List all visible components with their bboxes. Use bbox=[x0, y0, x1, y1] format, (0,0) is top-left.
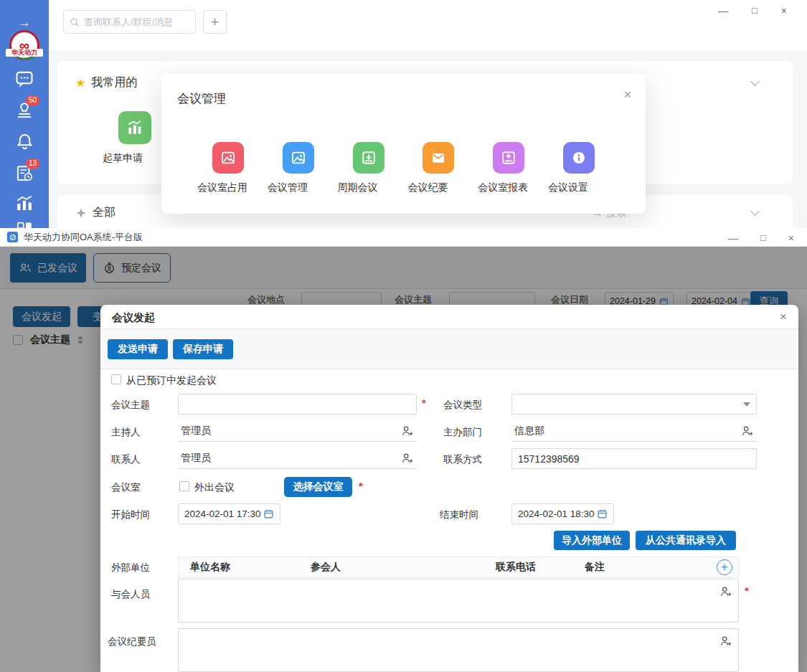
host-value: 管理员 bbox=[181, 425, 211, 437]
minimize-icon[interactable]: — bbox=[718, 6, 728, 16]
app-label: 会议室占用 bbox=[197, 181, 247, 194]
contact-search-input[interactable] bbox=[84, 16, 184, 27]
expand-arrow-icon[interactable]: → bbox=[0, 16, 49, 30]
favorite-app-draft[interactable]: 起草申请 bbox=[103, 111, 167, 144]
app-meeting-minutes[interactable]: 会议纪要 bbox=[407, 142, 469, 174]
collapse-chevron-icon[interactable] bbox=[750, 207, 760, 216]
from-booked-label: 从已预订中发起会议 bbox=[126, 374, 217, 387]
required-marker: * bbox=[745, 585, 749, 597]
choose-room-button[interactable]: 选择会议室 bbox=[284, 477, 352, 497]
close-icon[interactable]: × bbox=[781, 6, 787, 16]
person-add-icon[interactable] bbox=[401, 452, 414, 465]
screen: + — □ × ★ 我常用的 起草申请 全部 bbox=[0, 0, 807, 672]
contact-input[interactable]: 管理员 bbox=[178, 448, 417, 469]
room-label: 会议室 bbox=[111, 481, 141, 494]
messages-icon[interactable] bbox=[0, 69, 49, 89]
phone-value: 15712398569 bbox=[518, 453, 580, 465]
contact-value: 管理员 bbox=[181, 452, 211, 465]
calendar-icon[interactable] bbox=[263, 508, 274, 519]
all-section-title: 全部 bbox=[93, 205, 115, 220]
maximize-icon[interactable]: □ bbox=[760, 233, 766, 243]
type-label: 会议类型 bbox=[443, 399, 482, 412]
person-add-icon[interactable] bbox=[401, 425, 414, 437]
phone-input[interactable]: 15712398569 bbox=[511, 448, 757, 469]
minimize-icon[interactable]: — bbox=[728, 233, 738, 243]
column-unit-name: 单位名称 bbox=[190, 561, 230, 574]
outside-meeting-checkbox[interactable] bbox=[179, 481, 189, 491]
logo-subtext: POWER bbox=[10, 57, 39, 61]
department-label: 主办部门 bbox=[443, 426, 482, 439]
subject-input[interactable] bbox=[178, 394, 417, 415]
save-request-button[interactable]: 保存申请 bbox=[173, 339, 233, 359]
schedule-icon[interactable] bbox=[0, 164, 49, 184]
import-public-contacts-button[interactable]: 从公共通讯录导入 bbox=[636, 531, 736, 550]
contact-search-box[interactable] bbox=[63, 10, 196, 34]
favorite-app-label: 起草申请 bbox=[103, 152, 143, 165]
required-marker: * bbox=[359, 480, 363, 492]
column-attendee: 参会人 bbox=[311, 561, 341, 574]
search-icon bbox=[70, 17, 80, 27]
external-units-table-header: 单位名称 参会人 联系电话 备注 bbox=[178, 557, 739, 578]
attendees-input[interactable] bbox=[178, 579, 739, 623]
chat-topbar: + — □ × bbox=[49, 0, 807, 50]
close-icon[interactable]: × bbox=[623, 88, 631, 101]
chat-sidebar: → ∞ 华天动力 POWER 50 13 bbox=[0, 0, 49, 228]
logo-text: 华天动力 bbox=[6, 49, 43, 57]
end-time-input[interactable]: 2024-02-01 18:30 bbox=[511, 503, 614, 524]
app-label: 会议管理 bbox=[268, 181, 308, 194]
start-time-value: 2024-02-01 17:30 bbox=[184, 508, 261, 519]
maximize-icon[interactable]: □ bbox=[752, 6, 758, 16]
meeting-initiation-dialog: 会议发起 × 发送申请 保存申请 从已预订中发起会议 会议主题 * 会议类型 主… bbox=[100, 305, 798, 672]
dialog-title: 会议发起 bbox=[112, 311, 155, 325]
app-label: 周期会议 bbox=[338, 181, 378, 194]
app-meeting-management[interactable]: 会议管理 bbox=[268, 142, 329, 174]
favorites-title: 我常用的 bbox=[91, 75, 137, 90]
close-icon[interactable]: × bbox=[788, 233, 794, 243]
close-icon[interactable]: × bbox=[780, 310, 787, 324]
app-recurring-meeting[interactable]: 周期会议 bbox=[338, 142, 400, 174]
start-time-input[interactable]: 2024-02-01 17:30 bbox=[178, 503, 280, 524]
type-select[interactable] bbox=[511, 394, 757, 415]
dialog-toolbar: 发送申请 保存申请 bbox=[100, 328, 798, 369]
info-icon bbox=[563, 142, 595, 174]
host-label: 主持人 bbox=[111, 426, 141, 439]
person-add-icon[interactable] bbox=[719, 585, 732, 598]
picture-icon bbox=[212, 142, 244, 174]
app-room-occupancy[interactable]: 会议室占用 bbox=[197, 142, 259, 174]
minutes-taker-input[interactable] bbox=[178, 628, 739, 672]
minutes-taker-label: 会议纪要员 bbox=[108, 635, 156, 648]
reports-icon[interactable] bbox=[0, 194, 49, 214]
archive-down-icon bbox=[353, 142, 384, 174]
meeting-management-modal: 会议管理 × 会议室占用 会议管理 周期会议 bbox=[161, 74, 646, 214]
calendar-icon[interactable] bbox=[597, 508, 608, 519]
host-input[interactable]: 管理员 bbox=[178, 421, 417, 442]
chevron-down-icon bbox=[743, 402, 750, 407]
app-meeting-settings[interactable]: 会议设置 bbox=[548, 142, 610, 174]
app-room-report[interactable]: 会议室报表 bbox=[478, 142, 539, 174]
collapse-chevron-icon[interactable] bbox=[750, 77, 760, 86]
department-input[interactable]: 信息部 bbox=[511, 421, 757, 442]
external-units-label: 外部单位 bbox=[111, 562, 150, 574]
person-add-icon[interactable] bbox=[741, 425, 754, 437]
draft-app-icon bbox=[118, 111, 151, 144]
schedule-badge: 13 bbox=[26, 158, 39, 169]
end-time-label: 结束时间 bbox=[440, 508, 478, 521]
add-button[interactable]: + bbox=[203, 10, 227, 34]
approvals-icon[interactable] bbox=[0, 100, 49, 120]
mail-icon bbox=[423, 142, 454, 174]
app-label: 会议设置 bbox=[548, 181, 588, 194]
subject-label: 会议主题 bbox=[111, 399, 150, 412]
import-external-button[interactable]: 导入外部单位 bbox=[554, 531, 630, 550]
app-label: 会议纪要 bbox=[407, 181, 448, 194]
archive-up-icon bbox=[493, 142, 524, 174]
add-row-icon[interactable]: + bbox=[717, 559, 732, 575]
phone-label: 联系方式 bbox=[443, 453, 482, 466]
department-value: 信息部 bbox=[514, 425, 544, 437]
oa-window-controls: — □ × bbox=[728, 233, 794, 243]
person-add-icon[interactable] bbox=[719, 635, 732, 648]
send-request-button[interactable]: 发送申请 bbox=[108, 339, 168, 359]
modal-title: 会议管理 bbox=[177, 90, 226, 107]
from-booked-checkbox[interactable] bbox=[111, 374, 121, 384]
notifications-icon[interactable] bbox=[0, 132, 49, 151]
contact-label: 联系人 bbox=[111, 453, 141, 466]
